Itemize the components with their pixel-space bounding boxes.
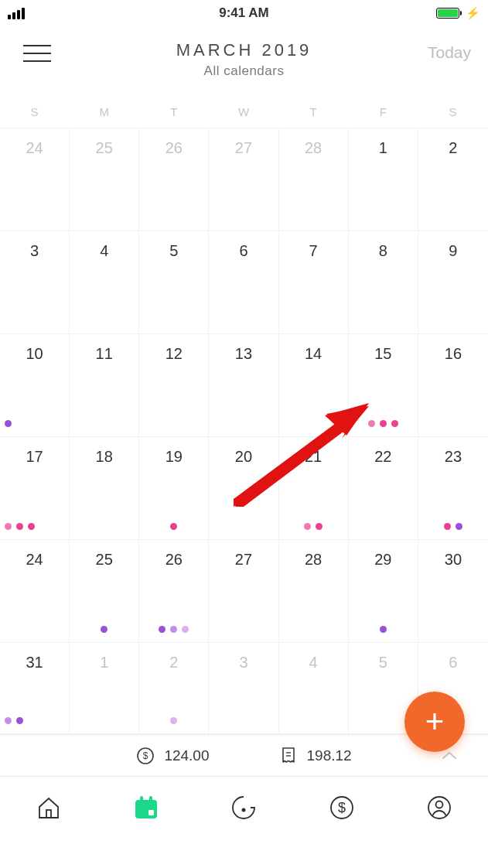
day-number: 18 [70, 448, 138, 466]
day-cell[interactable]: 28 [279, 128, 349, 231]
tab-transactions[interactable] [227, 791, 260, 824]
day-number: 23 [418, 448, 488, 466]
day-cell[interactable]: 6 [209, 231, 278, 334]
charging-icon: ⚡ [466, 6, 480, 20]
day-cell[interactable]: 27 [209, 128, 278, 231]
day-cell[interactable]: 25 [70, 128, 139, 231]
day-cell[interactable]: 2 [139, 643, 209, 734]
day-cell[interactable]: 2 [418, 128, 488, 231]
event-dot [170, 626, 177, 633]
tab-bar: $ [0, 777, 488, 839]
day-number: 15 [349, 345, 418, 363]
day-cell[interactable]: 31 [0, 643, 70, 734]
day-cell[interactable]: 18 [70, 437, 139, 540]
tab-home[interactable] [32, 791, 65, 824]
day-number: 3 [209, 654, 278, 672]
day-number: 24 [0, 551, 69, 569]
day-number: 28 [279, 551, 348, 569]
tab-calendar[interactable] [130, 791, 162, 824]
day-number: 4 [279, 654, 348, 672]
day-cell[interactable]: 17 [0, 437, 70, 540]
month-title[interactable]: MARCH 2019 [176, 40, 312, 60]
day-cell[interactable]: 23 [418, 437, 488, 540]
event-dot [316, 523, 322, 530]
day-number: 6 [209, 242, 278, 260]
svg-rect-7 [149, 796, 152, 802]
day-number: 10 [0, 345, 69, 363]
event-dots [70, 626, 138, 633]
day-number: 1 [349, 139, 418, 157]
day-cell[interactable]: 16 [418, 334, 488, 437]
day-cell[interactable]: 4 [70, 231, 139, 334]
day-cell[interactable]: 25 [70, 540, 139, 643]
day-cell[interactable]: 13 [209, 334, 278, 437]
summary-income[interactable]: $ 124.00 [136, 747, 209, 765]
svg-rect-4 [46, 810, 51, 818]
day-cell[interactable]: 19 [139, 437, 209, 540]
weekday-label: W [209, 105, 278, 118]
summary-expense[interactable]: 198.12 [279, 747, 352, 765]
day-cell[interactable]: 10 [0, 334, 70, 437]
receipt-icon [279, 747, 298, 765]
day-number: 31 [0, 654, 69, 672]
day-number: 6 [418, 654, 488, 672]
day-cell[interactable]: 15 [349, 334, 418, 437]
day-number: 12 [139, 345, 208, 363]
weekday-label: F [349, 105, 418, 118]
day-number: 19 [139, 448, 208, 466]
dollar-circle-icon: $ [136, 747, 155, 765]
today-button[interactable]: Today [428, 43, 471, 62]
day-cell[interactable]: 20 [209, 437, 278, 540]
tab-money[interactable]: $ [326, 791, 358, 824]
day-cell[interactable]: 5 [139, 231, 209, 334]
day-cell[interactable]: 7 [279, 231, 349, 334]
calendar-filter[interactable]: All calendars [204, 63, 285, 79]
day-cell[interactable]: 21 [279, 437, 349, 540]
day-cell[interactable]: 24 [0, 128, 70, 231]
day-cell[interactable]: 28 [279, 540, 349, 643]
event-dot [101, 626, 107, 633]
event-dot [16, 717, 23, 724]
day-number: 2 [418, 139, 488, 157]
day-cell[interactable]: 14 [279, 334, 349, 437]
event-dot [380, 626, 387, 633]
header: MARCH 2019 All calendars Today [0, 26, 488, 87]
day-cell[interactable]: 11 [70, 334, 139, 437]
tab-profile[interactable] [423, 791, 456, 824]
day-number: 25 [70, 551, 138, 569]
svg-text:$: $ [338, 800, 346, 815]
day-number: 3 [0, 242, 69, 260]
day-cell[interactable]: 9 [418, 231, 488, 334]
day-cell[interactable]: 8 [349, 231, 418, 334]
day-cell[interactable]: 24 [0, 540, 70, 643]
menu-button[interactable] [23, 45, 51, 62]
day-cell[interactable]: 26 [139, 540, 209, 643]
day-number: 5 [349, 654, 418, 672]
day-cell[interactable]: 1 [349, 128, 418, 231]
event-dot [16, 523, 23, 530]
day-cell[interactable]: 3 [209, 643, 278, 734]
day-number: 1 [70, 654, 138, 672]
day-cell[interactable]: 30 [418, 540, 488, 643]
day-number: 29 [349, 551, 418, 569]
event-dot [182, 626, 189, 633]
day-cell[interactable]: 22 [349, 437, 418, 540]
day-cell[interactable]: 1 [70, 643, 139, 734]
event-dot [28, 523, 35, 530]
day-cell[interactable]: 4 [279, 643, 349, 734]
day-cell[interactable]: 29 [349, 540, 418, 643]
event-dots [139, 523, 208, 530]
day-number: 17 [0, 448, 69, 466]
event-dots [139, 626, 208, 633]
day-cell[interactable]: 26 [139, 128, 209, 231]
day-cell[interactable]: 27 [209, 540, 278, 643]
event-dots [349, 626, 418, 633]
event-dot [380, 420, 387, 427]
day-cell[interactable]: 12 [139, 334, 209, 437]
day-number: 26 [139, 551, 208, 569]
weekday-label: S [418, 105, 488, 118]
add-button[interactable]: + [404, 692, 465, 752]
battery-icon [436, 8, 459, 19]
day-cell[interactable]: 3 [0, 231, 70, 334]
event-dots [139, 717, 208, 724]
